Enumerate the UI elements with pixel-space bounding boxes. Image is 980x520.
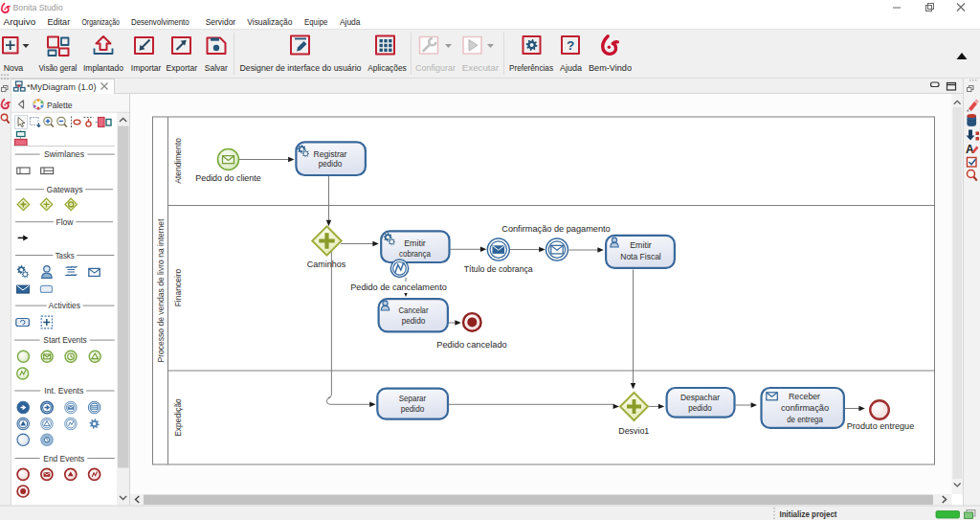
svg-text:Visualização: Visualização [247,17,292,27]
svg-text:Ajuda: Ajuda [560,63,582,73]
svg-text:pedido: pedido [401,403,425,414]
svg-text:Editar: Editar [47,17,70,27]
svg-text:Expedição: Expedição [173,398,183,437]
svg-text:confirmação: confirmação [781,402,829,413]
svg-text:Salvar: Salvar [205,63,228,73]
svg-text:Separar: Separar [399,393,427,403]
svg-text:Confirmação de pagamento: Confirmação de pagamento [501,223,611,234]
svg-text:Produto entregue: Produto entregue [847,420,915,431]
svg-text:Bonita Studio: Bonita Studio [13,2,63,12]
svg-text:pedido: pedido [402,315,426,326]
svg-text:Tasks: Tasks [56,251,76,260]
svg-text:Caminhos: Caminhos [307,259,346,269]
svg-text:Pedido cancelado: Pedido cancelado [436,339,507,350]
svg-text:Preferências: Preferências [509,63,554,73]
svg-text:Exportar: Exportar [167,63,198,73]
svg-text:Executar: Executar [462,63,500,73]
svg-text:Desenvolvimento: Desenvolvimento [131,17,189,27]
svg-text:End Events: End Events [43,454,85,463]
svg-text:Cancelar: Cancelar [399,305,430,315]
svg-text:Int. Events: Int. Events [44,386,84,396]
svg-text:Despachar: Despachar [680,392,721,402]
svg-text:*MyDiagram (1.0): *MyDiagram (1.0) [27,81,97,92]
svg-text:cobrança: cobrança [399,248,432,259]
svg-text:Visão geral: Visão geral [38,63,77,73]
svg-text:Pedido de cancelamento: Pedido de cancelamento [350,282,447,292]
svg-text:Título de cobrança: Título de cobrança [464,263,534,274]
svg-text:Initialize project: Initialize project [780,509,838,519]
svg-text:Swimlanes: Swimlanes [44,149,85,159]
svg-text:Organização: Organização [81,17,120,27]
svg-text:Arquivo: Arquivo [4,17,36,27]
svg-text:Pedido do cliente: Pedido do cliente [195,172,261,183]
svg-text:Importar: Importar [131,63,162,73]
svg-text:Ajuda: Ajuda [340,17,361,27]
svg-text:Equipe: Equipe [304,17,327,27]
svg-text:Configurar: Configurar [415,63,456,73]
svg-text:Registrar: Registrar [314,148,348,159]
svg-text:Implantado: Implantado [83,63,123,73]
svg-text:pedido: pedido [319,158,343,169]
svg-text:Receber: Receber [789,391,821,401]
svg-text:Emitir: Emitir [404,237,426,248]
svg-text:?: ? [567,38,574,53]
svg-text:Financeiro: Financeiro [173,268,183,306]
svg-text:Aplicações: Aplicações [368,63,407,73]
svg-text:Processo de vendas de livro na: Processo de vendas de livro na internet [157,218,166,363]
svg-text:Emitir: Emitir [630,239,652,250]
svg-text:Start Events: Start Events [43,335,87,345]
svg-text:Palette: Palette [47,101,73,110]
svg-text:Desvio1: Desvio1 [618,425,649,436]
svg-text:Atendimento: Atendimento [173,138,183,184]
svg-text:Gateways: Gateways [47,185,84,194]
svg-text:Nova: Nova [4,63,24,73]
svg-text:de entrega: de entrega [787,414,823,424]
svg-text:Bem-Vindo: Bem-Vindo [589,63,632,73]
svg-text:Nota Fiscal: Nota Fiscal [620,251,661,261]
svg-text:A: A [966,143,974,156]
svg-text:Designer de interface do usuár: Designer de interface do usuário [240,63,362,73]
svg-text:Flow: Flow [56,217,75,227]
svg-text:Servidor: Servidor [206,17,236,27]
svg-text:pedido: pedido [688,402,712,413]
svg-text:Activities: Activities [49,301,81,310]
